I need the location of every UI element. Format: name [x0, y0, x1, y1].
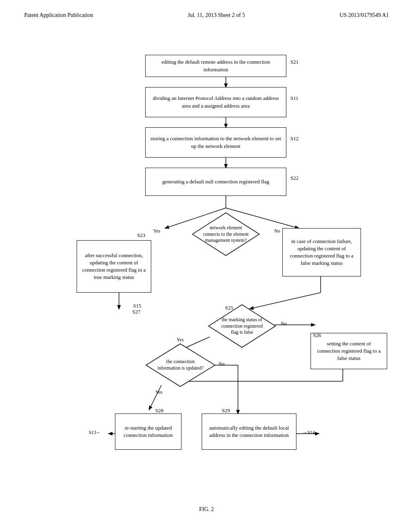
diagram: editing the default remote address in th…	[24, 35, 389, 498]
diamond-marking-text: the marking status of connection registe…	[218, 317, 266, 336]
no-label-1: No	[274, 228, 280, 234]
svg-line-14	[149, 385, 161, 409]
fig-caption: FIG. 2	[24, 506, 389, 513]
diamond-network-connects: network element connects to the element …	[192, 212, 260, 256]
fig-caption-text: FIG. 2	[199, 506, 214, 512]
label-s14: →S14	[302, 430, 315, 436]
label-s29: S29	[222, 407, 230, 414]
box-s22: generating a default null connection reg…	[145, 168, 286, 196]
diamond-conn-updated: the connection information is updated?	[145, 343, 216, 387]
label-s28: S28	[155, 407, 163, 414]
header-left: Patent Application Publication	[24, 12, 93, 19]
no-label-2: No	[281, 321, 287, 327]
box-s12-text: storing a connection information to the …	[150, 135, 281, 150]
label-s15: S15	[133, 303, 141, 309]
header-right: US 2013/0179549 A1	[340, 12, 389, 19]
box-s11-text: dividing an Internet Protocol Address in…	[150, 95, 281, 109]
label-s27: S27	[132, 309, 140, 315]
yes-label-2: Yes	[177, 337, 184, 343]
box-s29: automatically editing the default local …	[202, 414, 296, 450]
diamond-network-text: network element connects to the element …	[202, 225, 250, 244]
box-s26-text: setting the content of connection regist…	[316, 340, 382, 362]
label-s12: S12	[290, 135, 298, 142]
no-label-3: No	[219, 361, 225, 367]
label-s22: S22	[290, 175, 298, 181]
box-s21-text: editing the default remote address in th…	[150, 58, 281, 73]
label-s23: S23	[137, 232, 145, 239]
label-s26: S26	[313, 332, 321, 339]
box-s26: setting the content of connection regist…	[311, 333, 387, 369]
box-s11: dividing an Internet Protocol Address in…	[145, 87, 286, 117]
diamond-marking-status: the marking status of connection registe…	[208, 304, 276, 348]
label-s11: S11	[290, 95, 298, 102]
diamond-updated-text: the connection information is updated?	[156, 359, 205, 371]
label-s25: S25	[225, 305, 233, 311]
page-header: Patent Application Publication Jul. 11, …	[24, 12, 389, 19]
box-s12: storing a connection information to the …	[145, 127, 286, 158]
box-s24-text: in case of connection failure, updating …	[288, 238, 356, 267]
page: Patent Application Publication Jul. 11, …	[0, 0, 413, 532]
box-s22-text: generating a default null connection reg…	[163, 178, 269, 185]
box-s23: after successful connection, updating th…	[77, 240, 151, 293]
label-s13: S13←	[89, 430, 101, 436]
yes-label-1: Yes	[153, 228, 160, 234]
box-s24: in case of connection failure, updating …	[282, 228, 361, 276]
box-s29-text: automatically editing the default local …	[207, 424, 291, 439]
box-s23-text: after successful connection, updating th…	[82, 252, 146, 281]
box-s28-text: re-starting the updated connection infor…	[120, 424, 176, 439]
yes-label-3: Yes	[155, 389, 162, 395]
box-s28: re-starting the updated connection infor…	[115, 414, 181, 450]
box-s21: editing the default remote address in th…	[145, 55, 286, 77]
header-center: Jul. 11, 2013 Sheet 2 of 5	[188, 12, 245, 19]
label-s21: S21	[290, 59, 298, 65]
